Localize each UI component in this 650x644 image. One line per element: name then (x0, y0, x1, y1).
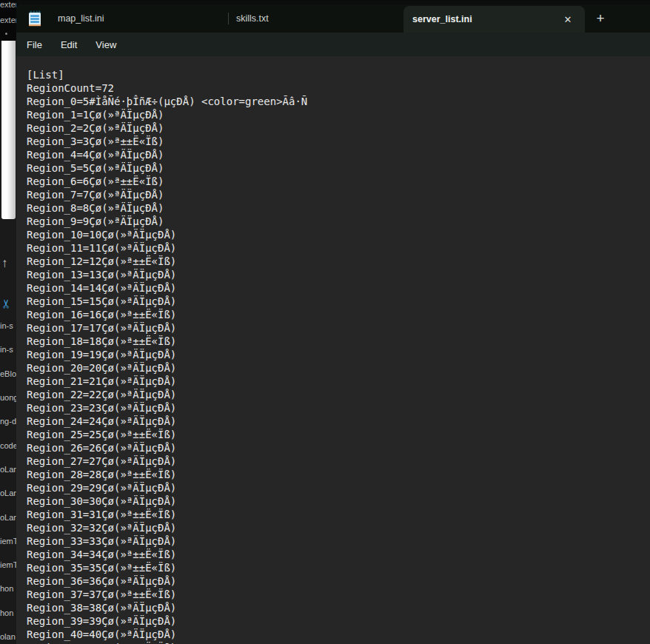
content-line: Region_38=38Çø(»ªÄÏµçÐÅ) (27, 601, 650, 614)
content-line: Region_12=12Çø(»ª±±Ë«Ïß) (27, 255, 650, 268)
content-line: Region_9=9Çø(»ªÄÏµçÐÅ) (27, 215, 650, 228)
content-line: Region_24=24Çø(»ªÄÏµçÐÅ) (27, 415, 650, 428)
content-line: Region_5=5Çø(»ªÄÏµçÐÅ) (27, 161, 650, 175)
menu-bar: File Edit View (16, 33, 650, 56)
content-line: Region_26=26Çø(»ªÄÏµçÐÅ) (27, 441, 650, 455)
notepad-app-icon (28, 10, 41, 27)
content-line: Region_8=8Çø(»ªÄÏµçÐÅ) (27, 201, 650, 215)
content-line: Region_39=39Çø(»ªÄÏµçÐÅ) (27, 614, 650, 628)
tab-bar: map_list.ini skills.txt server_list.ini … (16, 4, 650, 33)
background-text-fragment: exten (0, 16, 16, 24)
background-text-fragment: olan (0, 625, 16, 644)
screen: exten exten ↑ ✂ in-sin-seBlouongng-dcode… (0, 0, 650, 644)
content-line: Region_14=14Çø(»ªÄÏµçÐÅ) (27, 281, 650, 295)
content-line: Region_27=27Çø(»ªÄÏµçÐÅ) (27, 455, 650, 468)
background-fragment-list: in-sin-seBlouongng-dcodeoLaroLaroLariemT… (0, 314, 16, 644)
content-line: Region_22=22Çø(»ªÄÏµçÐÅ) (27, 388, 650, 401)
content-line: Region_17=17Çø(»ªÄÏµçÐÅ) (27, 321, 650, 335)
content-line: Region_37=37Çø(»ª±±Ë«Ïß) (27, 588, 650, 601)
content-line: Region_11=11Çø(»ªÄÏµçÐÅ) (27, 241, 650, 255)
up-arrow-icon[interactable]: ↑ (1, 256, 16, 271)
content-line: Region_7=7Çø(»ªÄÏµçÐÅ) (27, 188, 650, 201)
content-line: Region_32=32Çø(»ªÄÏµçÐÅ) (27, 521, 650, 534)
content-line: Region_25=25Çø(»ª±±Ë«Ïß) (27, 428, 650, 441)
content-line: Region_13=13Çø(»ªÄÏµçÐÅ) (27, 268, 650, 281)
background-white-panel (1, 41, 16, 219)
background-text-fragment: hon (0, 577, 16, 600)
notepad-window: map_list.ini skills.txt server_list.ini … (16, 4, 650, 644)
background-text-fragment: uong (0, 386, 16, 409)
tab-label: server_list.ini (412, 14, 472, 24)
new-tab-button[interactable]: + (592, 10, 609, 27)
content-line: Region_21=21Çø(»ªÄÏµçÐÅ) (27, 375, 650, 388)
content-line: Region_29=29Çø(»ªÄÏµçÐÅ) (27, 481, 650, 494)
scissors-icon[interactable]: ✂ (0, 294, 14, 309)
background-text-fragment: exten (0, 0, 16, 9)
background-text-fragment: iemT (0, 553, 16, 577)
menu-file[interactable]: File (27, 39, 42, 50)
tab-skills-txt[interactable]: skills.txt (229, 4, 409, 33)
background-text-fragment: oLar (0, 505, 16, 529)
content-line: Region_28=28Çø(»ª±±Ë«Ïß) (27, 468, 650, 481)
content-line: RegionCount=72 (27, 81, 650, 95)
content-line: Region_31=31Çø(»ª±±Ë«Ïß) (27, 508, 650, 521)
background-text-fragment: hon (0, 601, 16, 625)
content-line: Region_6=6Çø(»ª±±Ë«Ïß) (27, 175, 650, 188)
content-line: Region_33=33Çø(»ªÄÏµçÐÅ) (27, 534, 650, 548)
content-line: Region_34=34Çø(»ª±±Ë«Ïß) (27, 548, 650, 561)
content-line: Region_15=15Çø(»ªÄÏµçÐÅ) (27, 295, 650, 308)
background-dot (5, 33, 7, 35)
content-line: [List] (27, 68, 650, 81)
tab-map-list-ini[interactable]: map_list.ini (16, 4, 228, 33)
tab-label: skills.txt (236, 13, 269, 24)
editor-content[interactable]: [List]RegionCount=72Region_0=5#ÌåÑé·þÎñÆ… (16, 56, 650, 644)
background-text-fragment: oLar (0, 481, 16, 505)
content-line: Region_36=36Çø(»ªÄÏµçÐÅ) (27, 574, 650, 588)
menu-view[interactable]: View (96, 39, 116, 50)
content-line: Region_10=10Çø(»ªÄÏµçÐÅ) (27, 228, 650, 241)
content-line: Region_19=19Çø(»ªÄÏµçÐÅ) (27, 348, 650, 361)
menu-edit[interactable]: Edit (61, 39, 77, 50)
content-line: Region_3=3Çø(»ª±±Ë«Ïß) (27, 135, 650, 148)
background-text-fragment: code (0, 433, 16, 457)
content-line: Region_1=1Çø(»ªÄÏµçÐÅ) (27, 108, 650, 121)
background-text-fragment: eBlo (0, 362, 16, 386)
background-text-fragment: oLar (0, 457, 16, 481)
content-line: Region_40=40Çø(»ªÄÏµçÐÅ) (27, 628, 650, 641)
content-line: Region_30=30Çø(»ªÄÏµçÐÅ) (27, 494, 650, 508)
background-text-fragment: iemT (0, 529, 16, 553)
content-line: Region_20=20Çø(»ªÄÏµçÐÅ) (27, 361, 650, 375)
content-line: Region_23=23Çø(»ªÄÏµçÐÅ) (27, 401, 650, 415)
content-line: Region_2=2Çø(»ªÄÏµçÐÅ) (27, 121, 650, 135)
content-line: Region_16=16Çø(»ª±±Ë«Ïß) (27, 308, 650, 321)
content-line: Region_0=5#ÌåÑé·þÎñÆ÷(µçÐÅ) <color=green… (27, 95, 650, 108)
content-line: Region_35=35Çø(»ª±±Ë«Ïß) (27, 561, 650, 574)
background-text-fragment: in-s (0, 314, 16, 338)
content-line: Region_41=41Çø(»ª±±Ë«Ïß) (27, 641, 650, 644)
tab-label: map_list.ini (58, 13, 104, 24)
background-text-fragment: ng-d (0, 409, 16, 433)
content-line: Region_18=18Çø(»ª±±Ë«Ïß) (27, 335, 650, 348)
tab-server-list-ini-active[interactable]: server_list.ini ✕ (403, 6, 585, 33)
background-window-left-edge: exten exten ↑ ✂ in-sin-seBlouongng-dcode… (0, 0, 16, 644)
background-text-fragment: in-s (0, 338, 16, 361)
content-line: Region_4=4Çø(»ªÄÏµçÐÅ) (27, 148, 650, 161)
close-tab-icon[interactable]: ✕ (561, 13, 574, 26)
